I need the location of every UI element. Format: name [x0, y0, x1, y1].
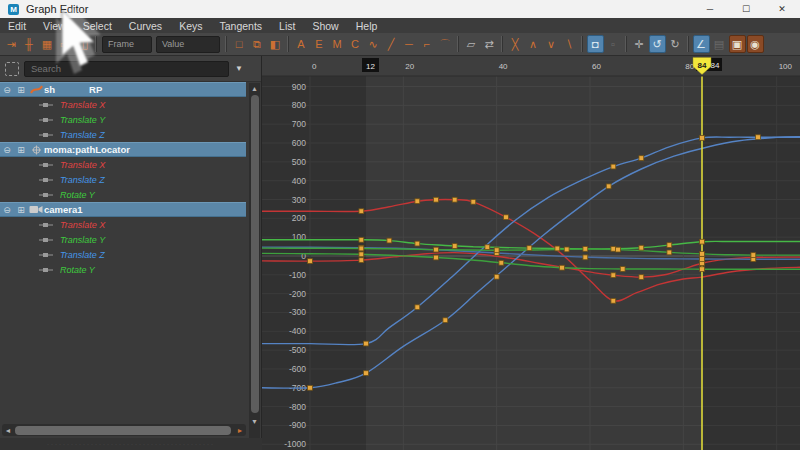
- minimize-button[interactable]: ─: [692, 0, 728, 18]
- keyframe[interactable]: [700, 252, 705, 257]
- scroll-left-icon[interactable]: ◄: [2, 424, 14, 436]
- absolute-view-button-icon[interactable]: □: [231, 35, 248, 53]
- keyframe[interactable]: [434, 197, 439, 202]
- outliner-channel-row[interactable]: Translate Y: [0, 232, 246, 247]
- keyframe[interactable]: [616, 247, 621, 252]
- keyframe[interactable]: [364, 371, 369, 376]
- keyframe[interactable]: [700, 136, 705, 141]
- keyframe[interactable]: [620, 267, 625, 272]
- keyframe[interactable]: [560, 265, 565, 270]
- outliner-channel-row[interactable]: Rotate Y: [0, 187, 246, 202]
- linear-tangent-button-icon[interactable]: ╱: [383, 35, 400, 53]
- outliner-horizontal-scrollbar[interactable]: ◄ ►: [2, 424, 246, 436]
- keyframe[interactable]: [434, 255, 439, 260]
- select-filter-icon[interactable]: [5, 62, 19, 76]
- pan-view-button-icon[interactable]: ✛: [631, 35, 648, 53]
- menu-help[interactable]: Help: [356, 20, 378, 32]
- keyframe[interactable]: [494, 274, 499, 279]
- outliner-group-row[interactable]: ⊖⊞shRP: [0, 82, 246, 97]
- keyframe[interactable]: [471, 199, 476, 204]
- insert-keys-tool-icon[interactable]: ╫: [21, 35, 38, 53]
- keyframe[interactable]: [751, 253, 756, 258]
- keyframe[interactable]: [364, 341, 369, 346]
- collapse-toggle-icon[interactable]: ⊖: [0, 145, 14, 155]
- keyframe[interactable]: [415, 199, 420, 204]
- keyframe[interactable]: [359, 209, 364, 214]
- region-keys-tool-icon[interactable]: ▭: [57, 35, 74, 53]
- auto-tangent-button-icon[interactable]: A: [293, 35, 310, 53]
- flat-tangent-button-icon[interactable]: ─: [401, 35, 418, 53]
- lock-tangent-weight-button-icon[interactable]: ∖: [561, 35, 578, 53]
- outliner-channel-row[interactable]: Translate Y: [0, 112, 246, 127]
- keyframe[interactable]: [415, 305, 420, 310]
- collapse-toggle-icon[interactable]: ⊖: [0, 205, 14, 215]
- search-input[interactable]: [24, 61, 229, 77]
- keyframe[interactable]: [667, 243, 672, 248]
- keyframe[interactable]: [700, 239, 705, 244]
- outliner-channel-row[interactable]: Translate Z: [0, 247, 246, 262]
- keyframe[interactable]: [485, 245, 490, 250]
- menu-show[interactable]: Show: [312, 20, 338, 32]
- keyframe[interactable]: [504, 215, 509, 220]
- retime-tool-icon[interactable]: ◫: [75, 35, 92, 53]
- keyframe[interactable]: [415, 241, 420, 246]
- keyframe[interactable]: [452, 197, 457, 202]
- keyframe[interactable]: [639, 156, 644, 161]
- plateau-tangent-button-icon[interactable]: ⌒: [437, 35, 454, 53]
- keyframe[interactable]: [308, 259, 313, 264]
- keyframe[interactable]: [359, 246, 364, 251]
- keyframe[interactable]: [583, 255, 588, 260]
- expand-box-icon[interactable]: ⊞: [14, 85, 28, 95]
- outliner-channel-row[interactable]: Translate Z: [0, 172, 246, 187]
- outliner-vertical-scrollbar[interactable]: ▲ ▼: [249, 83, 260, 450]
- bookmarks-button-icon[interactable]: ▣: [729, 35, 746, 53]
- menu-tangents[interactable]: Tangents: [219, 20, 262, 32]
- options-button-icon[interactable]: ◉: [747, 35, 764, 53]
- buffer-curve-snapshot-button-icon[interactable]: ▱: [463, 35, 480, 53]
- post-infinity-cycle-toggle-icon[interactable]: ↻: [667, 35, 684, 53]
- menu-edit[interactable]: Edit: [8, 20, 26, 32]
- vertical-scroll-thumb[interactable]: [251, 95, 259, 413]
- menu-list[interactable]: List: [279, 20, 295, 32]
- keyframe[interactable]: [494, 248, 499, 253]
- menu-view[interactable]: View: [43, 20, 66, 32]
- normalized-view-button-icon[interactable]: ◧: [267, 35, 284, 53]
- pre-infinity-cycle-toggle-icon[interactable]: ↺: [649, 35, 666, 53]
- scroll-up-icon[interactable]: ▲: [249, 83, 260, 94]
- keyframe[interactable]: [359, 237, 364, 242]
- curve-graph-canvas[interactable]: 9008007006005004003002001000-100-200-300…: [262, 56, 800, 450]
- outliner-group-row[interactable]: ⊖⊞camera1: [0, 202, 246, 217]
- outliner-group-row[interactable]: ⊖⊞moma:pathLocator: [0, 142, 246, 157]
- keyframe[interactable]: [611, 298, 616, 303]
- scroll-right-icon[interactable]: ►: [234, 424, 246, 436]
- search-dropdown-chevron-icon[interactable]: ▼: [235, 64, 243, 73]
- unify-tangents-button-icon[interactable]: ∧: [525, 35, 542, 53]
- keyframe[interactable]: [583, 246, 588, 251]
- keyframe[interactable]: [308, 385, 313, 390]
- swap-buffer-curve-button-icon[interactable]: ⇄: [481, 35, 498, 53]
- frame-field[interactable]: Frame: [102, 36, 152, 53]
- menu-select[interactable]: Select: [83, 20, 112, 32]
- keyframe[interactable]: [700, 267, 705, 272]
- close-button[interactable]: ✕: [764, 0, 800, 18]
- expand-box-icon[interactable]: ⊞: [14, 205, 28, 215]
- time-snap-toggle-icon[interactable]: ◘: [587, 35, 604, 53]
- clamped-tangent-button-icon[interactable]: C: [347, 35, 364, 53]
- keyframe[interactable]: [611, 273, 616, 278]
- value-snap-toggle-icon[interactable]: ▫: [605, 35, 622, 53]
- keyframe[interactable]: [611, 246, 616, 251]
- collapse-toggle-icon[interactable]: ⊖: [0, 85, 14, 95]
- keyframe[interactable]: [359, 252, 364, 257]
- keyframe[interactable]: [639, 275, 644, 280]
- ease-tangent-button-icon[interactable]: E: [311, 35, 328, 53]
- keyframe[interactable]: [564, 247, 569, 252]
- move-nearest-key-tool-icon[interactable]: ⇥: [3, 35, 20, 53]
- maximize-button[interactable]: ☐: [728, 0, 764, 18]
- keyframe[interactable]: [452, 244, 457, 249]
- keyframe[interactable]: [555, 246, 560, 251]
- keyframe[interactable]: [499, 260, 504, 265]
- keyframe[interactable]: [527, 246, 532, 251]
- outliner-channel-row[interactable]: Translate X: [0, 217, 246, 232]
- result-curves-toggle-icon[interactable]: ▤: [711, 35, 728, 53]
- outliner-channel-row[interactable]: Translate X: [0, 157, 246, 172]
